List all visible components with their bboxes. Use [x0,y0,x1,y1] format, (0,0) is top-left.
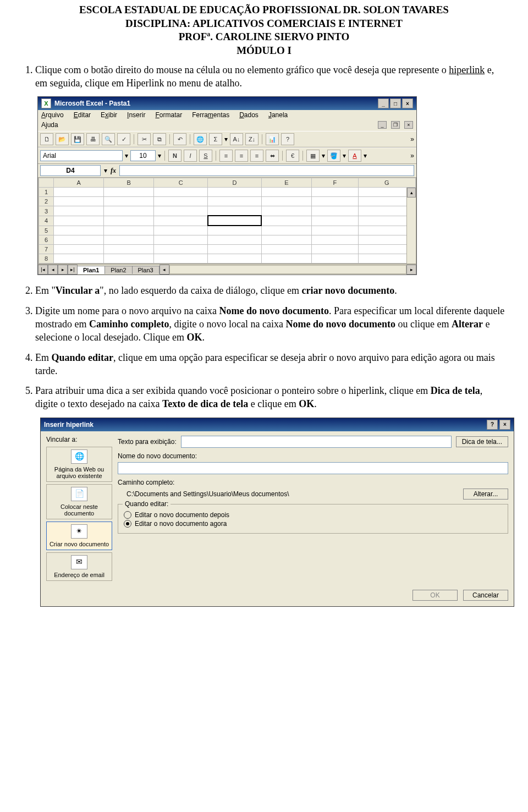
row-header[interactable]: 4 [39,216,54,226]
close-icon[interactable]: × [402,98,413,108]
radio-editar-agora[interactable]: Editar o novo documento agora [124,520,502,528]
scroll-left-icon[interactable]: ◂ [160,265,169,275]
col-header[interactable]: B [104,178,154,188]
worksheet-grid[interactable]: A B C D E F G 1 2 3 4 5 6 7 8 ▴ [38,177,416,264]
step-4: Em Quando editar, clique em uma opção pa… [35,351,507,378]
link-to-new-doc-button[interactable]: ✴ Criar novo documento [46,522,112,550]
copy-icon[interactable]: ⧉ [153,133,166,145]
alterar-button[interactable]: Alterar... [463,489,508,500]
ok-button[interactable]: OK [413,590,458,601]
link-to-place-button[interactable]: 📄 Colocar neste documento [46,484,112,519]
open-icon[interactable]: 📂 [56,133,69,145]
italic-icon[interactable]: I [184,150,197,162]
instruction-list: Clique com o botão direito do mouse na c… [35,63,507,90]
menu-editar[interactable]: Editar [74,111,91,119]
help-icon[interactable]: ? [281,133,294,145]
radio-editar-depois[interactable]: Editar o novo documento depois [124,511,502,519]
cut-icon[interactable]: ✂ [138,133,151,145]
insert-hyperlink-dialog: Inserir hiperlink ? × Vincular a: 🌐 Pági… [40,418,514,607]
sheet-tab-plan1[interactable]: Plan1 [77,266,105,274]
scroll-right-icon[interactable]: ▸ [406,265,416,275]
col-header[interactable]: E [261,178,311,188]
link-to-email-button[interactable]: ✉ Endereço de email [46,552,112,581]
underline-icon[interactable]: S [199,150,212,162]
sheet-nav-prev-icon[interactable]: ◂ [48,265,58,275]
dica-de-tela-button[interactable]: Dica de tela... [456,436,508,447]
fx-icon[interactable]: fx [111,167,116,175]
row-header[interactable]: 2 [39,197,54,206]
align-right-icon[interactable]: ≡ [250,150,263,162]
borders-icon[interactable]: ▦ [306,150,320,162]
vertical-scrollbar[interactable]: ▴ [406,188,416,264]
workbook-close-icon[interactable]: × [404,121,413,129]
caminho-value: C:\Documents and Settings\Usuario\Meus d… [118,490,289,498]
sheet-nav-first-icon[interactable]: |◂ [38,265,48,275]
preview-icon[interactable]: 🔍 [102,133,115,145]
step-5: Para atribuir uma dica a ser exibida qua… [35,384,507,411]
dialog-help-icon[interactable]: ? [487,420,498,430]
col-header[interactable]: D [208,178,262,188]
align-center-icon[interactable]: ≡ [235,150,248,162]
sort-asc-icon[interactable]: A↓ [230,133,243,145]
workbook-minimize-icon[interactable]: _ [378,121,387,129]
align-left-icon[interactable]: ≡ [219,150,233,162]
col-header[interactable]: G [358,178,416,188]
menu-formatar[interactable]: Formatar [155,111,182,119]
header-line1: ESCOLA ESTADUAL DE EDUCAÇÃO PROFISSIONAL… [21,3,507,17]
sheet-nav-last-icon[interactable]: ▸| [68,265,78,275]
col-header[interactable]: F [312,178,358,188]
sheet-nav-next-icon[interactable]: ▸ [58,265,68,275]
row-header[interactable]: 5 [39,226,54,235]
undo-icon[interactable]: ↶ [173,133,186,145]
row-header[interactable]: 6 [39,235,54,245]
menu-dados[interactable]: Dados [239,111,258,119]
row-header[interactable]: 8 [39,254,54,264]
texto-input[interactable] [181,436,452,448]
menu-arquivo[interactable]: Arquivo [41,111,64,119]
row-header[interactable]: 1 [39,188,54,197]
globe-icon: 🌐 [71,449,87,464]
menu-janela[interactable]: Janela [268,111,288,119]
merge-icon[interactable]: ⬌ [266,150,279,162]
new-icon[interactable]: 🗋 [40,133,53,145]
link-to-web-button[interactable]: 🌐 Página da Web ou arquivo existente [46,447,112,482]
menu-ajuda[interactable]: Ajuda [41,121,58,129]
maximize-icon[interactable]: □ [390,98,401,108]
menu-ferramentas[interactable]: Ferramentas [192,111,229,119]
col-header[interactable]: A [54,178,104,188]
cancel-button[interactable]: Cancelar [463,590,508,601]
chart-icon[interactable]: 📊 [266,133,279,145]
minimize-icon[interactable]: _ [378,98,389,108]
font-size-input[interactable]: 10 [130,150,156,161]
bookmark-icon: 📄 [71,487,87,501]
font-name-input[interactable]: Arial [40,150,123,161]
col-header[interactable]: C [154,178,208,188]
hyperlink-icon[interactable]: 🌐 [194,133,207,145]
sheet-tab-plan2[interactable]: Plan2 [105,266,132,274]
print-icon[interactable]: 🖶 [86,133,100,145]
dialog-close-icon[interactable]: × [499,420,510,430]
formatting-toolbar: Arial▾ 10▾ N I S ≡ ≡ ≡ ⬌ € ▦▾ 🪣▾ A▾ » [38,147,416,164]
menu-exibir[interactable]: Exibir [101,111,117,119]
autosum-icon[interactable]: Σ [209,133,222,145]
spell-icon[interactable]: ✓ [117,133,130,145]
nome-input[interactable] [118,462,508,474]
workbook-restore-icon[interactable]: ❐ [391,121,400,129]
menu-inserir[interactable]: Inserir [127,111,145,119]
currency-icon[interactable]: € [286,150,299,162]
selected-cell[interactable] [208,216,262,226]
horizontal-scrollbar[interactable]: ◂ ▸ [160,265,416,275]
sheet-tab-plan3[interactable]: Plan3 [132,266,160,274]
fill-color-icon[interactable]: 🪣 [327,150,340,162]
sort-desc-icon[interactable]: Z↓ [245,133,258,145]
formula-bar[interactable] [119,165,414,176]
scroll-up-icon[interactable]: ▴ [407,188,416,197]
row-header[interactable]: 3 [39,206,54,216]
name-box[interactable]: D4 [40,165,101,176]
bold-icon[interactable]: N [168,150,182,162]
excel-titlebar: X Microsoft Excel - Pasta1 _ □ × [38,97,416,110]
font-color-icon[interactable]: A [348,150,361,162]
header-line4: MÓDULO I [21,44,507,58]
row-header[interactable]: 7 [39,245,54,254]
save-icon[interactable]: 💾 [71,133,84,145]
